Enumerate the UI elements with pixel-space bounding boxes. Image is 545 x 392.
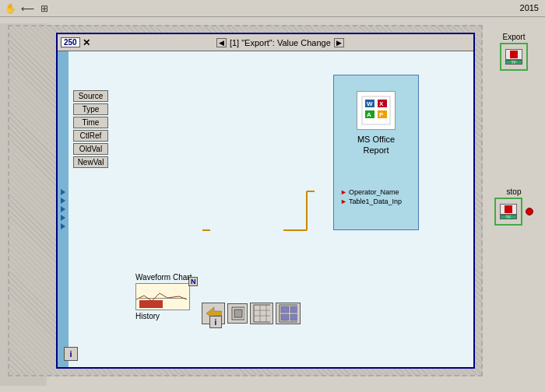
n-badge: N [188,277,199,286]
year-label: 2015 [520,3,539,12]
next-arrow-button[interactable]: ▶ [334,38,344,47]
waveform-chart-label: Waveform Chart [135,273,192,282]
process-block-1[interactable] [227,303,248,324]
triangle-1 [61,189,65,195]
triangle-3 [61,206,65,212]
process-block-3[interactable] [276,303,301,324]
ms-office-block[interactable]: W X A P MS OfficeReport ► Operator_Name [333,75,419,230]
svg-text:A: A [367,111,371,118]
waveform-display[interactable] [135,283,190,310]
history-label: History [135,312,192,320]
stop-stop-square [505,205,512,213]
diagram-topbar: 250 ✕ ◀ [1] "Export": Value Change ▶ [58,34,473,51]
oldval-label: OldVal [73,143,108,155]
port-arrow-1: ► [340,188,347,196]
time-label: Time [73,117,108,128]
diagram-inner: Source Type Time CtlRef OldVal NewVal Wa… [58,51,473,367]
process-icon-1 [230,306,244,321]
export-tf-bar: TF [505,60,522,65]
grid-icon[interactable]: ⊞ [37,2,51,16]
export-stop-square [510,51,518,58]
triangle-5 [61,223,65,229]
waveform-chart-area: Waveform Chart N History [135,273,192,320]
port-arrow-2: ► [340,198,347,205]
svg-rect-11 [281,314,289,320]
svg-text:W: W [367,100,373,107]
ctlref-label: CtlRef [73,130,108,142]
outer-frame: 250 ✕ ◀ [1] "Export": Value Change ▶ [8,25,483,376]
port-row-1: ► Operator_Name [337,187,421,197]
red-dot-indicator [526,208,533,215]
inner-info-badge: i [209,316,222,328]
port-row-2: ► Table1_Data_Inp [337,197,421,206]
operator-name-port: Operator_Name [349,188,399,196]
ms-office-svg: W X A P [360,95,392,126]
right-panel: Export TF stop TF [483,17,545,392]
left-triangles-panel [58,51,69,367]
source-label: Source [73,90,108,102]
process-block-2[interactable] [250,303,273,324]
main-area: 250 ✕ ◀ [1] "Export": Value Change ▶ [0,17,545,392]
svg-rect-9 [281,306,289,313]
stop-button-group: stop TF [494,187,533,226]
svg-text:P: P [379,111,384,118]
left-labels: Source Type Time CtlRef OldVal NewVal [73,90,108,168]
svg-rect-2 [234,310,242,317]
export-button-group: Export TF [500,33,528,71]
export-stop-inner [505,49,522,60]
process-icon-2 [253,304,270,323]
back-icon[interactable]: ⟵ [20,2,34,16]
table-data-port: Table1_Data_Inp [349,198,402,205]
triangle-2 [61,198,65,204]
diagram-title: ◀ [1] "Export": Value Change ▶ [216,38,344,47]
export-label: Export [503,33,526,41]
diagram-area: 250 ✕ ◀ [1] "Export": Value Change ▶ [56,33,475,369]
triangle-4 [61,215,65,221]
svg-text:X: X [379,100,384,107]
type-label: Type [73,103,108,115]
export-stop-button[interactable]: TF [500,43,528,71]
process-icon-3 [279,304,297,323]
ms-office-icon: W X A P [357,91,396,130]
prev-arrow-button[interactable]: ◀ [216,38,227,47]
ms-office-label: MS OfficeReport [334,134,418,156]
hand-icon[interactable]: ✋ [3,2,17,16]
stop-label: stop [507,187,522,196]
newval-label: NewVal [73,156,108,168]
svg-rect-12 [290,314,297,320]
svg-rect-10 [290,306,297,313]
stop-stop-button[interactable]: TF [494,198,522,226]
stop-stop-inner [500,204,517,215]
stop-tf-bar: TF [500,215,517,219]
counter-badge: 250 [61,37,80,47]
close-button[interactable]: ✕ [83,37,90,48]
info-badge: i [64,347,78,361]
toolbar: ✋ ⟵ ⊞ [0,0,545,17]
waveform-svg [136,284,187,310]
svg-rect-3 [254,305,270,322]
